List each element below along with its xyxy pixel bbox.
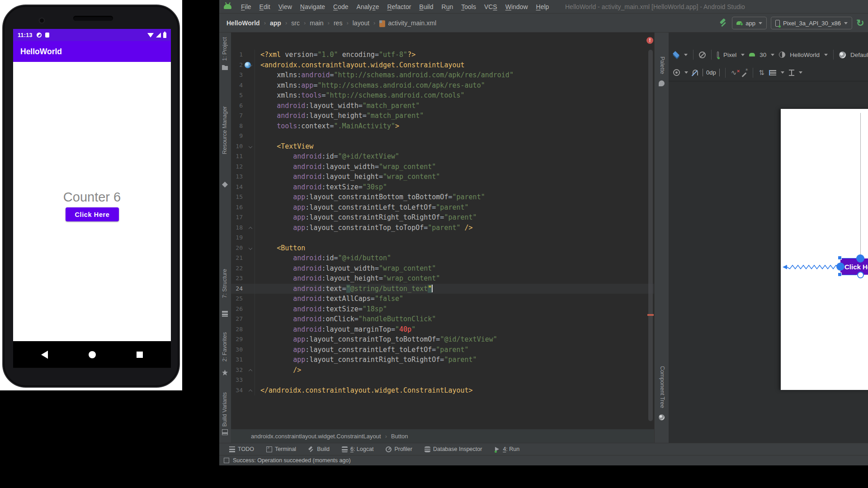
code-line-2[interactable]: 2<androidx.constraintlayout.widget.Const…: [231, 60, 654, 70]
xml-breadcrumb-item[interactable]: androidx.constraintlayout.widget.Constra…: [251, 433, 381, 440]
design-surface-icon[interactable]: [673, 52, 679, 58]
toolwindow-run-button[interactable]: 4: Run: [494, 446, 519, 452]
sidebar-item-project[interactable]: 1: Project: [222, 37, 229, 61]
window-layout-icon[interactable]: [224, 458, 229, 463]
selection-handle-bottom-left[interactable]: [838, 272, 842, 277]
toolwindow-hammer-button[interactable]: Build: [308, 446, 330, 452]
menu-edit[interactable]: Edit: [255, 2, 274, 11]
menu-navigate[interactable]: Navigate: [296, 2, 329, 11]
code-line-3[interactable]: 3 xmlns:android="http://schemas.android.…: [231, 70, 654, 80]
code-line-22[interactable]: 22 android:layout_width="wrap_content": [231, 263, 654, 274]
code-line-10[interactable]: 10 <TextView: [231, 141, 654, 152]
layout-toggle-icon[interactable]: [222, 429, 228, 435]
code-line-32[interactable]: 32 />: [231, 365, 654, 375]
toolwindow-logcat-button[interactable]: 6: Logcat: [342, 446, 373, 452]
constraint-anchor-left[interactable]: [836, 263, 844, 271]
click-here-button[interactable]: Click Here: [66, 207, 119, 221]
toolwindow-terminal-button[interactable]: Terminal: [266, 446, 296, 452]
theme-selector[interactable]: HelloWorld: [790, 52, 820, 58]
code-line-24[interactable]: 24 android:text="@string/button_text": [231, 284, 654, 294]
code-line-20[interactable]: 20 <Button: [231, 243, 654, 253]
breadcrumb-item[interactable]: layout: [353, 19, 369, 27]
constraint-anchor-top[interactable]: [856, 254, 864, 263]
pack-icon[interactable]: ⇅: [759, 70, 764, 76]
rerun-icon[interactable]: ↻: [856, 17, 868, 29]
menu-view[interactable]: View: [274, 2, 296, 11]
code-line-26[interactable]: 26 android:textSize="18sp": [231, 304, 654, 314]
breadcrumb-item[interactable]: src: [291, 19, 300, 27]
breadcrumb-item[interactable]: activity_main.xml: [388, 19, 436, 27]
sidebar-item-structure[interactable]: 7: Structure: [222, 269, 229, 298]
code-line-12[interactable]: 12 android:layout_width="wrap_content": [231, 162, 654, 172]
code-line-8[interactable]: 8 tools:context=".MainActivity">: [231, 121, 654, 131]
code-line-23[interactable]: 23 android:layout_height="wrap_content": [231, 273, 654, 284]
code-line-13[interactable]: 13 android:layout_height="wrap_content": [231, 172, 654, 182]
menu-analyze[interactable]: Analyze: [353, 2, 383, 11]
run-config-selector[interactable]: app: [732, 17, 767, 29]
sidebar-item-favorites[interactable]: 2: Favorites: [222, 332, 229, 361]
infer-constraints-wand-icon[interactable]: [741, 70, 747, 76]
orientation-icon[interactable]: [699, 52, 706, 58]
code-line-6[interactable]: 6 android:layout_width="match_parent": [231, 101, 654, 111]
error-indicator-badge[interactable]: !: [646, 37, 653, 44]
code-line-31[interactable]: 31 app:layout_constraintRight_toRightOf=…: [231, 355, 654, 365]
code-line-7[interactable]: 7 android:layout_height="match_parent": [231, 111, 654, 121]
code-line-18[interactable]: 18 app:layout_constraintTop_toTopOf="par…: [231, 223, 654, 233]
breadcrumb-item[interactable]: HelloWorld: [226, 19, 260, 27]
fold-marker-icon[interactable]: [249, 246, 252, 249]
menu-run[interactable]: Run: [438, 2, 458, 11]
fold-marker-icon[interactable]: [249, 389, 252, 393]
breadcrumb-item[interactable]: main: [310, 19, 323, 27]
menu-vcs[interactable]: VCS: [480, 2, 501, 11]
menu-file[interactable]: File: [237, 2, 255, 11]
home-button-icon[interactable]: [89, 351, 96, 358]
back-button-icon[interactable]: [41, 351, 48, 359]
guideline-icon[interactable]: [789, 70, 794, 76]
view-options-eye-icon[interactable]: [673, 69, 680, 76]
menu-build[interactable]: Build: [415, 2, 437, 11]
code-line-21[interactable]: 21 android:id="@+id/button": [231, 253, 654, 263]
code-line-9[interactable]: 9: [231, 131, 654, 141]
selection-handle-top-left[interactable]: [838, 256, 842, 260]
code-line-33[interactable]: 33: [231, 375, 654, 385]
code-line-1[interactable]: 1<?xml version="1.0" encoding="utf-8"?>: [231, 50, 654, 60]
fold-marker-icon[interactable]: [249, 144, 252, 148]
code-line-17[interactable]: 17 app:layout_constraintRight_toRightOf=…: [231, 212, 654, 223]
design-canvas[interactable]: Click He: [781, 109, 868, 390]
code-line-34[interactable]: 34</androidx.constraintlayout.widget.Con…: [231, 385, 654, 396]
sidebar-item-resource-manager[interactable]: Resource Manager: [222, 106, 229, 154]
code-line-5[interactable]: 5 xmlns:tools="http://schemas.android.co…: [231, 90, 654, 101]
constraint-anchor-bottom[interactable]: [857, 272, 864, 278]
code-line-27[interactable]: 27 android:onClick="handleButtonClick": [231, 314, 654, 324]
breadcrumb-item[interactable]: res: [334, 19, 342, 27]
api-level-selector[interactable]: 30: [760, 52, 766, 58]
menu-tools[interactable]: Tools: [457, 2, 480, 11]
code-line-15[interactable]: 15 app:layout_constraintBottom_toBottomO…: [231, 192, 654, 202]
toolwindow-database-button[interactable]: Database Inspector: [425, 446, 482, 452]
editor-scrollbar[interactable]: [648, 50, 653, 421]
code-line-11[interactable]: 11 android:id="@+id/textView": [231, 151, 654, 162]
breadcrumb-item[interactable]: app: [270, 19, 281, 27]
fold-marker-icon[interactable]: [249, 369, 252, 372]
code-line-29[interactable]: 29 app:layout_constraintTop_toBottomOf="…: [231, 334, 654, 345]
toolwindow-todo-button[interactable]: TODO: [229, 446, 254, 452]
autoconnect-magnet-icon[interactable]: [693, 70, 698, 75]
menu-window[interactable]: Window: [501, 2, 532, 11]
recents-button-icon[interactable]: [137, 352, 143, 358]
code-line-16[interactable]: 16 app:layout_constraintLeft_toLeftOf="p…: [231, 202, 654, 213]
device-type-selector[interactable]: Pixel: [723, 52, 736, 58]
code-line-25[interactable]: 25 android:textAllCaps="false": [231, 294, 654, 304]
sidebar-item-palette[interactable]: Palette: [658, 56, 665, 74]
code-line-30[interactable]: 30 app:layout_constraintLeft_toLeftOf="p…: [231, 345, 654, 355]
xml-breadcrumb-item[interactable]: Button: [391, 433, 408, 440]
device-selector[interactable]: Pixel_3a_API_30_x86: [771, 17, 852, 29]
locale-selector[interactable]: Defaul: [850, 52, 868, 58]
sidebar-item-component-tree[interactable]: Component Tree: [658, 366, 665, 408]
menu-code[interactable]: Code: [329, 2, 352, 11]
build-hammer-icon[interactable]: [719, 19, 728, 28]
align-icon[interactable]: [769, 70, 776, 75]
clear-constraints-icon[interactable]: ∿×: [731, 70, 737, 76]
fold-marker-icon[interactable]: [249, 226, 252, 230]
toolwindow-profiler-button[interactable]: Profiler: [386, 446, 412, 452]
menu-refactor[interactable]: Refactor: [383, 2, 415, 11]
